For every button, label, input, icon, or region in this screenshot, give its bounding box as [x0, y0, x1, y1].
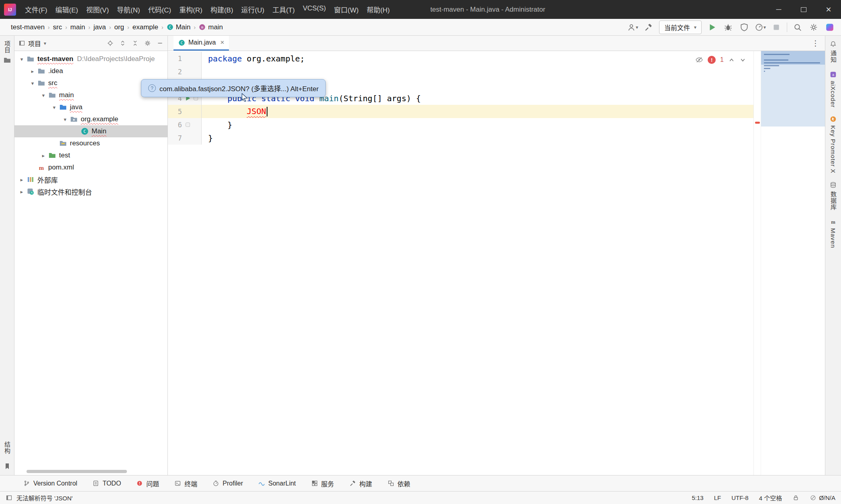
code-line[interactable]: 7} [168, 131, 753, 145]
breadcrumb-item[interactable]: src [51, 22, 64, 33]
close-button[interactable]: ✕ [816, 0, 841, 19]
toolwindow-profiler-button[interactable]: Profiler [212, 480, 243, 487]
minimap[interactable] [761, 51, 825, 475]
toolwindow-bell-button[interactable]: 通知 [829, 41, 837, 63]
toolwindow-problems-button[interactable]: 问题 [136, 479, 159, 488]
debug-button[interactable] [723, 22, 734, 33]
encoding-widget[interactable]: UTF-8 [731, 494, 749, 501]
chevron-down-icon[interactable]: ▾ [49, 104, 59, 110]
toolwindow-build-button[interactable]: 构建 [349, 479, 372, 488]
toolwindow-terminal-button[interactable]: 终端 [174, 479, 197, 488]
menu-item[interactable]: 工具(T) [268, 2, 299, 16]
chevron-down-icon[interactable]: ▾ [28, 80, 37, 86]
run-button[interactable] [706, 22, 718, 33]
tree-row[interactable]: ▸外部库 [14, 173, 167, 186]
code-line[interactable]: 5 JSON [168, 105, 753, 118]
breadcrumb-item[interactable]: test-maven [9, 22, 47, 33]
project-view-select[interactable]: 项目 ▾ [18, 39, 46, 48]
chevron-right-icon[interactable]: ▸ [28, 68, 37, 74]
previous-error-button[interactable] [728, 57, 735, 63]
line-separator-widget[interactable]: LF [714, 494, 721, 501]
profiler-button[interactable]: ▾ [755, 22, 766, 33]
next-error-button[interactable] [739, 57, 746, 63]
toolwindow-project-button[interactable]: 项目 [3, 41, 11, 64]
hide-panel-button[interactable] [157, 40, 163, 47]
analysis-status-widget[interactable]: Ø/N/A [810, 494, 835, 501]
settings-button[interactable] [808, 22, 819, 33]
chevron-right-icon[interactable]: ▸ [17, 177, 27, 183]
toolwindow-bookmarks-button[interactable] [3, 462, 11, 470]
breadcrumb-item[interactable]: example [131, 22, 160, 33]
chevron-down-icon[interactable]: ▾ [60, 116, 70, 122]
plugin-toolbar-button[interactable] [824, 22, 835, 33]
toolwindow-switcher-icon[interactable] [6, 494, 12, 501]
toolwindow-database-button[interactable]: 数据库 [829, 182, 837, 210]
readonly-lock-icon[interactable] [792, 494, 799, 501]
horizontal-scrollbar[interactable] [27, 470, 127, 473]
chevron-down-icon[interactable]: ▾ [39, 92, 48, 98]
coverage-button[interactable] [739, 22, 750, 33]
tab-main-java[interactable]: C Main.java × [174, 36, 229, 51]
tree-row[interactable]: mpom.xml [14, 161, 167, 173]
tree-row[interactable]: ▾test-mavenD:\IdeaProjects\IdeaProje [14, 53, 167, 65]
toolwindow-services-button[interactable]: 服务 [311, 479, 334, 488]
toolwindow-branch-button[interactable]: Version Control [23, 480, 77, 487]
chevron-right-icon[interactable]: ▸ [17, 189, 27, 195]
highlighting-off-icon[interactable] [695, 56, 703, 64]
code-line[interactable]: 1package org.example; [168, 52, 753, 65]
search-everywhere-button[interactable] [792, 22, 803, 33]
toolwindow-keypromoter-button[interactable]: Key Promoter X [830, 116, 837, 173]
tree-row[interactable]: ▸.idea [14, 65, 167, 77]
panel-settings-button[interactable] [144, 40, 151, 47]
toolwindow-structure-button[interactable]: 结构 [3, 441, 11, 454]
code-line[interactable]: 6 } [168, 118, 753, 131]
collapse-all-button[interactable] [132, 40, 139, 47]
breadcrumb-item[interactable]: org [112, 22, 127, 33]
expand-all-button[interactable] [119, 40, 126, 47]
menu-item[interactable]: 编辑(E) [51, 2, 82, 16]
chevron-right-icon[interactable]: ▸ [39, 153, 48, 159]
toolwindow-sonarlint-button[interactable]: SonarLint [258, 480, 296, 487]
menu-item[interactable]: 窗口(W) [330, 2, 363, 16]
build-project-button[interactable] [643, 22, 654, 33]
toolwindow-aixcoder-button[interactable]: aaiXcoder [830, 71, 837, 108]
menu-item[interactable]: 文件(F) [21, 2, 51, 16]
code-editor[interactable]: 1package org.example;23public class Main… [168, 51, 753, 475]
more-options-icon[interactable]: ⋮ [812, 39, 819, 48]
tree-row[interactable]: ▾java [14, 101, 167, 113]
code-line[interactable]: 2 [168, 65, 753, 78]
menu-item[interactable]: 代码(C) [144, 2, 176, 16]
menu-item[interactable]: 导航(N) [113, 2, 144, 16]
menu-item[interactable]: 帮助(H) [363, 2, 394, 16]
menu-item[interactable]: 构建(B) [206, 2, 237, 16]
menu-item[interactable]: 运行(U) [237, 2, 269, 16]
menu-item[interactable]: 视图(V) [82, 2, 113, 16]
error-stripe-mark[interactable] [755, 122, 760, 124]
menu-item[interactable]: VCS(S) [299, 2, 330, 16]
import-hint-popup[interactable]: ? com.alibaba.fastjson2.JSON? (多重选择...) … [141, 79, 326, 97]
minimize-button[interactable]: ─ [766, 0, 791, 19]
user-account-button[interactable]: ▾ [627, 22, 638, 33]
tree-row[interactable]: ▾org.example [14, 113, 167, 125]
tree-row[interactable]: CMain [14, 125, 167, 137]
run-configuration-select[interactable]: 当前文件 ▾ [659, 20, 702, 34]
caret-position-widget[interactable]: 5:13 [692, 494, 703, 501]
breadcrumb-item[interactable]: main [68, 22, 87, 33]
maximize-button[interactable] [791, 0, 816, 19]
toolwindow-maven-gray-button[interactable]: mMaven [830, 218, 837, 248]
stop-button[interactable] [771, 22, 782, 33]
tree-row[interactable]: resources [14, 137, 167, 149]
indent-widget[interactable]: 4 个空格 [759, 494, 782, 502]
menu-item[interactable]: 重构(R) [175, 2, 206, 16]
locate-file-button[interactable] [107, 40, 114, 47]
tree-row[interactable]: ▸test [14, 149, 167, 161]
close-tab-icon[interactable]: × [220, 39, 224, 47]
breadcrumb-item[interactable]: java [92, 22, 108, 33]
breadcrumb-item[interactable]: CMain [165, 22, 193, 33]
breadcrumb-item[interactable]: mmain [197, 22, 225, 33]
toolwindow-dependencies-button[interactable]: 依赖 [388, 479, 410, 488]
toolwindow-todo-button[interactable]: TODO [92, 480, 121, 487]
tree-row[interactable]: ▸临时文件和控制台 [14, 186, 167, 198]
error-stripe[interactable] [753, 51, 761, 475]
chevron-down-icon[interactable]: ▾ [17, 56, 27, 62]
